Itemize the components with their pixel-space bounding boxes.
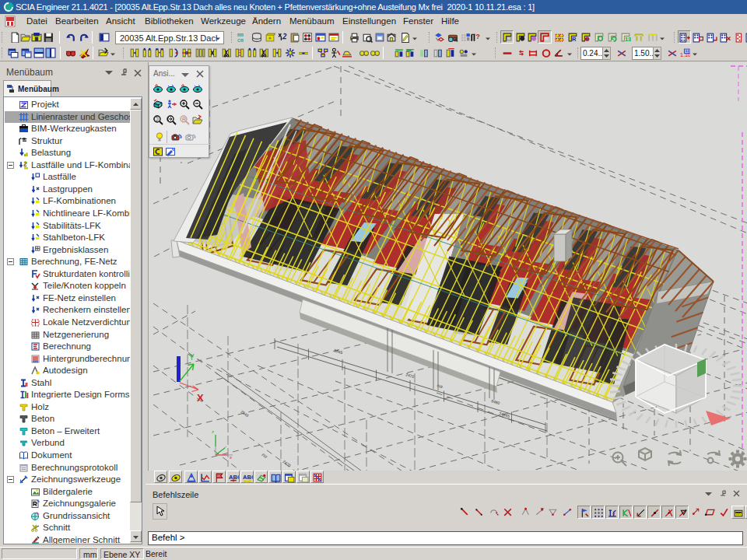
svg-text:1.10: 1.10 <box>680 52 690 58</box>
svg-text:?: ? <box>476 33 480 40</box>
svg-text:2845: 2845 <box>240 409 250 418</box>
svg-text:x: x <box>230 455 232 460</box>
svg-text:6480: 6480 <box>491 398 501 405</box>
svg-text:cm: cm <box>237 38 244 43</box>
svg-text:5845: 5845 <box>334 348 344 355</box>
svg-text:459: 459 <box>437 383 444 389</box>
svg-text:Y: Y <box>189 353 195 362</box>
svg-text:R: R <box>182 117 186 122</box>
svg-text:2470: 2470 <box>282 459 292 468</box>
svg-text:ABC: ABC <box>243 474 253 481</box>
svg-text:X: X <box>197 392 204 404</box>
svg-text:292: 292 <box>261 453 268 460</box>
svg-text:R: R <box>572 36 577 43</box>
svg-text:2470: 2470 <box>405 372 416 379</box>
svg-text:13: 13 <box>625 36 631 43</box>
svg-text:z: z <box>212 429 214 434</box>
